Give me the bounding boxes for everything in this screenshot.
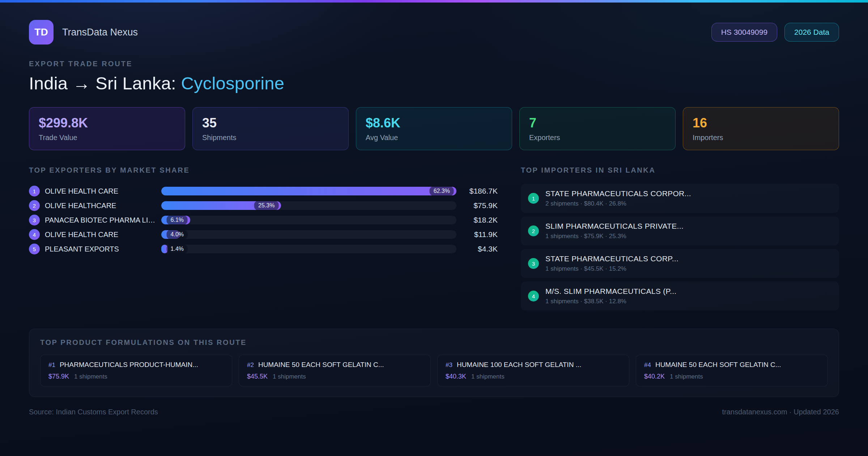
header-badges: HS 30049099 2026 Data	[711, 23, 839, 42]
importer-row[interactable]: 2 SLIM PHARMACEUTICALS PRIVATE... 1 ship…	[521, 216, 839, 245]
market-share-percent: 6.1%	[167, 215, 188, 225]
importer-meta: 2 shipments · $80.4K · 26.8%	[545, 200, 691, 207]
exporter-value: $186.7K	[461, 187, 498, 195]
importer-name: M/S. SLIM PHARMACEUTICALS (P...	[545, 287, 677, 296]
product-shipments: 1 shipments	[74, 373, 107, 380]
product-card[interactable]: #3 HUMAINE 100 EACH SOFT GELATIN ... $40…	[437, 355, 629, 387]
app-logo: TD	[29, 20, 54, 45]
year-data-badge[interactable]: 2026 Data	[784, 23, 839, 42]
rank-badge: 2	[29, 200, 40, 211]
stats-row: $299.8K Trade Value 35 Shipments $8.6K A…	[29, 107, 839, 150]
market-share-bar: 4.0%	[161, 230, 456, 239]
importer-name: STATE PHARMACEUTICALS CORP...	[545, 254, 678, 263]
importer-text: M/S. SLIM PHARMACEUTICALS (P... 1 shipme…	[545, 287, 677, 305]
importer-meta: 1 shipments · $38.5K · 12.8%	[545, 298, 677, 305]
exporter-row[interactable]: 1 OLIVE HEALTH CARE 62.3% $186.7K	[29, 184, 498, 198]
exporter-name: OLIVE HEALTHCARE	[45, 202, 156, 210]
product-rank: #4	[644, 362, 651, 369]
footer-site: transdatanexus.com · Updated 2026	[722, 408, 839, 416]
exporters-section-title: TOP EXPORTERS BY MARKET SHARE	[29, 166, 498, 174]
footer: Source: Indian Customs Export Records tr…	[29, 408, 839, 416]
eyebrow-label: EXPORT TRADE ROUTE	[29, 60, 839, 68]
product-value: $45.5K	[247, 373, 268, 380]
product-card-header: #2 HUMAINE 50 EACH SOFT GELATIN C...	[247, 361, 422, 369]
product-card-stats: $40.2K 1 shipments	[644, 373, 820, 380]
dashboard-page: TD TransData Nexus HS 30049099 2026 Data…	[0, 3, 868, 456]
exporter-row[interactable]: 2 OLIVE HEALTHCARE 25.3% $75.9K	[29, 198, 498, 213]
product-rank: #2	[247, 362, 254, 369]
product-value: $40.2K	[644, 373, 665, 380]
market-share-bar: 1.4%	[161, 245, 456, 253]
exporter-value: $18.2K	[461, 216, 498, 224]
importer-text: STATE PHARMACEUTICALS CORP... 1 shipment…	[545, 254, 678, 273]
product-name: HUMAINE 50 EACH SOFT GELATIN C...	[655, 361, 781, 369]
product-name: HUMAINE 100 EACH SOFT GELATIN ...	[457, 361, 582, 369]
exporter-row[interactable]: 5 PLEASANT EXPORTS 1.4% $4.3K	[29, 242, 498, 256]
product-card-stats: $45.5K 1 shipments	[247, 373, 422, 380]
product-cards: #1 PHARMACEUTICALS PRODUCT-HUMAIN... $75…	[40, 355, 828, 387]
stat-card-exporters: 7 Exporters	[519, 107, 676, 150]
rank-badge: 3	[528, 258, 539, 269]
market-share-bar-fill	[161, 187, 456, 195]
product-card-stats: $40.3K 1 shipments	[446, 373, 621, 380]
product-value: $75.9K	[48, 373, 69, 380]
product-rank: #3	[446, 362, 452, 369]
importer-text: STATE PHARMACEUTICALS CORPOR... 2 shipme…	[545, 189, 691, 207]
product-card-header: #1 PHARMACEUTICALS PRODUCT-HUMAIN...	[48, 361, 224, 369]
importers-section: TOP IMPORTERS IN SRI LANKA 1 STATE PHARM…	[521, 166, 839, 314]
exporter-name: PANACEA BIOTEC PHARMA LIMI...	[45, 216, 156, 224]
page-title: India → Sri Lanka: Cyclosporine	[29, 73, 839, 93]
market-share-percent: 4.0%	[167, 230, 188, 239]
market-share-percent: 1.4%	[167, 244, 188, 254]
rank-badge: 2	[528, 225, 539, 236]
stat-value: 35	[202, 115, 339, 131]
exporters-section: TOP EXPORTERS BY MARKET SHARE 1 OLIVE HE…	[29, 166, 498, 314]
exporter-value: $75.9K	[461, 201, 498, 210]
product-name-highlight: Cyclosporine	[181, 73, 285, 93]
product-card-header: #3 HUMAINE 100 EACH SOFT GELATIN ...	[446, 361, 621, 369]
exporter-name: OLIVE HEALTH CARE	[45, 231, 156, 239]
importer-name: SLIM PHARMACEUTICALS PRIVATE...	[545, 222, 684, 231]
rank-badge: 4	[528, 291, 539, 301]
market-share-bar: 25.3%	[161, 201, 456, 210]
stat-card-avg-value: $8.6K Avg Value	[356, 107, 512, 150]
product-shipments: 1 shipments	[670, 373, 703, 380]
products-section-title: TOP PRODUCT FORMULATIONS ON THIS ROUTE	[40, 338, 828, 347]
rank-badge: 5	[29, 244, 40, 254]
market-share-bar: 62.3%	[161, 187, 456, 195]
market-share-percent: 25.3%	[254, 201, 278, 210]
stat-label: Avg Value	[366, 134, 502, 142]
rank-badge: 3	[29, 215, 40, 225]
market-share-bar: 6.1%	[161, 216, 456, 224]
exporter-row[interactable]: 4 OLIVE HEALTH CARE 4.0% $11.9K	[29, 227, 498, 242]
stat-label: Trade Value	[39, 134, 175, 142]
stat-value: 7	[529, 115, 666, 131]
rank-badge: 4	[29, 229, 40, 240]
stat-card-trade-value: $299.8K Trade Value	[29, 107, 185, 150]
stat-card-importers: 16 Importers	[683, 107, 839, 150]
route-title-text: India → Sri Lanka:	[29, 73, 181, 93]
product-name: PHARMACEUTICALS PRODUCT-HUMAIN...	[60, 361, 198, 369]
exporter-row[interactable]: 3 PANACEA BIOTEC PHARMA LIMI... 6.1% $18…	[29, 213, 498, 227]
product-name: HUMAINE 50 EACH SOFT GELATIN C...	[258, 361, 384, 369]
header: TD TransData Nexus HS 30049099 2026 Data	[29, 20, 839, 45]
importer-row[interactable]: 1 STATE PHARMACEUTICALS CORPOR... 2 ship…	[521, 184, 839, 213]
importer-row[interactable]: 4 M/S. SLIM PHARMACEUTICALS (P... 1 ship…	[521, 282, 839, 311]
accent-gradient-stripe	[0, 0, 868, 3]
stat-card-shipments: 35 Shipments	[192, 107, 349, 150]
importer-name: STATE PHARMACEUTICALS CORPOR...	[545, 189, 691, 198]
product-card-stats: $75.9K 1 shipments	[48, 373, 224, 380]
product-card[interactable]: #2 HUMAINE 50 EACH SOFT GELATIN C... $45…	[239, 355, 431, 387]
importer-text: SLIM PHARMACEUTICALS PRIVATE... 1 shipme…	[545, 222, 684, 240]
stat-label: Importers	[693, 134, 829, 142]
brand: TD TransData Nexus	[29, 20, 138, 45]
market-share-percent: 62.3%	[430, 186, 454, 196]
product-card[interactable]: #4 HUMAINE 50 EACH SOFT GELATIN C... $40…	[636, 355, 828, 387]
stat-value: 16	[693, 115, 829, 131]
hs-code-badge[interactable]: HS 30049099	[711, 23, 777, 42]
product-card[interactable]: #1 PHARMACEUTICALS PRODUCT-HUMAIN... $75…	[40, 355, 232, 387]
stat-label: Shipments	[202, 134, 339, 142]
importer-meta: 1 shipments · $45.5K · 15.2%	[545, 265, 678, 273]
product-shipments: 1 shipments	[273, 373, 306, 380]
importer-row[interactable]: 3 STATE PHARMACEUTICALS CORP... 1 shipme…	[521, 249, 839, 278]
